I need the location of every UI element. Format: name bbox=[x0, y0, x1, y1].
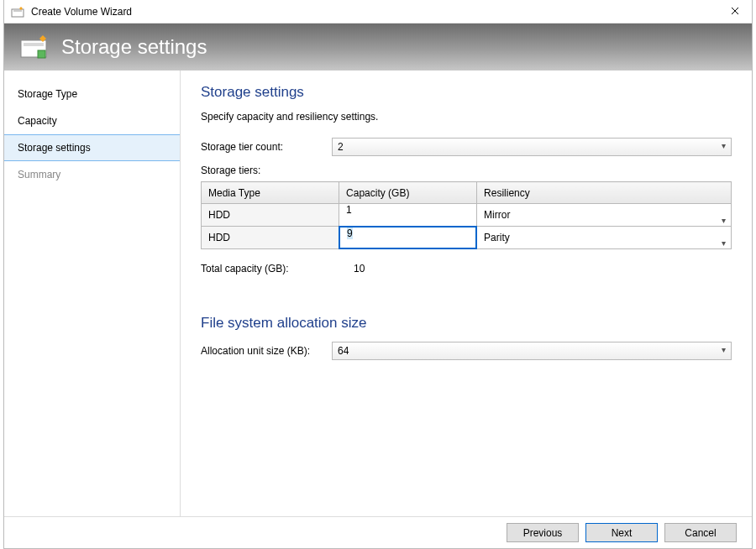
nav-item-capacity[interactable]: Capacity bbox=[4, 107, 180, 134]
nav-label: Storage Type bbox=[18, 88, 77, 100]
tiers-label: Storage tiers: bbox=[201, 165, 732, 176]
close-icon bbox=[731, 6, 739, 18]
nav-item-storage-settings[interactable]: Storage settings bbox=[4, 134, 180, 161]
wizard-sidebar: Storage Type Capacity Storage settings S… bbox=[4, 71, 181, 516]
nav-label: Summary bbox=[18, 169, 60, 180]
svg-rect-1 bbox=[13, 10, 22, 12]
nav-label: Capacity bbox=[18, 115, 57, 127]
svg-rect-6 bbox=[38, 50, 45, 58]
wizard-content: Storage settings Specify capacity and re… bbox=[181, 71, 752, 516]
banner: Storage settings bbox=[4, 24, 752, 71]
media-cell: HDD bbox=[202, 204, 339, 226]
col-capacity[interactable]: Capacity (GB) bbox=[339, 182, 477, 204]
resiliency-select[interactable]: Mirror ▾ bbox=[477, 204, 731, 226]
table-row: HDD 1 Mirror ▾ bbox=[202, 204, 732, 227]
section-description: Specify capacity and resiliency settings… bbox=[201, 111, 732, 123]
col-resiliency[interactable]: Resiliency bbox=[477, 182, 732, 204]
window-title: Create Volume Wizard bbox=[31, 6, 718, 18]
capacity-input[interactable]: 9 bbox=[339, 227, 476, 248]
cancel-button[interactable]: Cancel bbox=[664, 523, 737, 542]
table-row: HDD 9 Parity ▾ bbox=[202, 227, 732, 249]
alloc-unit-value: 64 bbox=[338, 345, 349, 357]
fs-heading: File system allocation size bbox=[201, 315, 732, 332]
resiliency-select[interactable]: Parity ▾ bbox=[477, 227, 731, 248]
tier-count-row: Storage tier count: 2 ▾ bbox=[201, 138, 732, 156]
col-media-type[interactable]: Media Type bbox=[202, 182, 339, 204]
capacity-input[interactable]: 1 bbox=[339, 204, 476, 226]
previous-button[interactable]: Previous bbox=[507, 523, 579, 542]
total-capacity-label: Total capacity (GB): bbox=[201, 263, 345, 274]
table-header-row: Media Type Capacity (GB) Resiliency bbox=[202, 182, 732, 204]
wizard-body: Storage Type Capacity Storage settings S… bbox=[4, 71, 752, 516]
alloc-unit-row: Allocation unit size (KB): 64 ▾ bbox=[201, 342, 732, 360]
banner-title: Storage settings bbox=[61, 35, 207, 59]
chevron-down-icon: ▾ bbox=[722, 345, 726, 354]
tier-count-label: Storage tier count: bbox=[201, 141, 332, 153]
chevron-down-icon: ▾ bbox=[722, 141, 726, 150]
nav-item-summary[interactable]: Summary bbox=[4, 161, 180, 188]
tier-count-select[interactable]: 2 ▾ bbox=[332, 138, 732, 156]
svg-rect-4 bbox=[24, 43, 44, 46]
next-button[interactable]: Next bbox=[585, 523, 658, 542]
tier-count-value: 2 bbox=[338, 141, 344, 153]
storage-tiers-table: Media Type Capacity (GB) Resiliency HDD … bbox=[201, 181, 732, 249]
alloc-unit-label: Allocation unit size (KB): bbox=[201, 345, 332, 357]
wizard-footer: Previous Next Cancel bbox=[4, 516, 752, 548]
total-capacity-row: Total capacity (GB): 10 bbox=[201, 263, 732, 274]
close-button[interactable] bbox=[718, 0, 752, 24]
wizard-box-icon bbox=[11, 6, 26, 18]
section-heading: Storage settings bbox=[201, 84, 732, 101]
nav-item-storage-type[interactable]: Storage Type bbox=[4, 81, 180, 107]
titlebar: Create Volume Wizard bbox=[4, 0, 752, 24]
total-capacity-value: 10 bbox=[345, 263, 365, 274]
chevron-down-icon: ▾ bbox=[722, 233, 726, 254]
storage-box-icon bbox=[19, 34, 51, 61]
alloc-unit-select[interactable]: 64 ▾ bbox=[332, 342, 732, 360]
media-cell: HDD bbox=[202, 227, 339, 248]
nav-label: Storage settings bbox=[18, 142, 91, 154]
wizard-window: Create Volume Wizard Storage settings St… bbox=[3, 0, 753, 549]
